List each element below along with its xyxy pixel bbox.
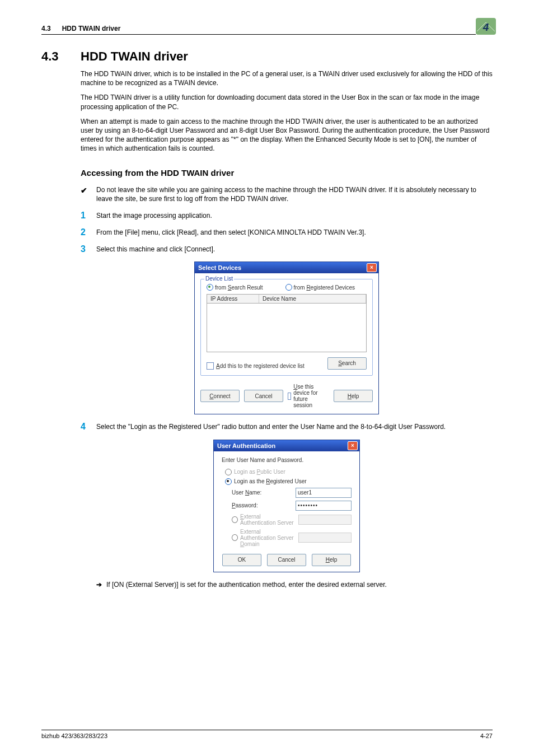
help-button[interactable]: Help (334, 390, 373, 402)
step-4-text: Select the "Login as the Registered User… (96, 422, 493, 431)
checkbox-future-session[interactable]: Use this device for future session (288, 384, 325, 408)
radio-icon (232, 534, 238, 541)
radio-from-search[interactable]: from Search Result (207, 284, 263, 291)
check-text: Do not leave the site while you are gain… (96, 185, 493, 203)
device-list-header: IP Address Device Name (207, 294, 367, 304)
section-title: HDD TWAIN driver (81, 49, 188, 64)
step-3-num: 3 (81, 245, 96, 254)
checkbox-icon (288, 393, 291, 400)
cancel-button[interactable]: Cancel (267, 554, 306, 566)
radio-from-registered[interactable]: from Registered Devices (285, 284, 355, 291)
device-list[interactable] (207, 304, 367, 352)
col-device-name: Device Name (259, 295, 366, 303)
search-button[interactable]: Search (327, 357, 367, 370)
ok-button[interactable]: OK (222, 554, 261, 566)
radio-external-domain-label: External Authentication Server Domain (240, 529, 296, 547)
username-input[interactable]: user1 (296, 488, 352, 498)
dialog-titlebar: Select Devices × (195, 262, 378, 273)
password-input[interactable]: •••••••• (296, 501, 352, 511)
radio-external-server-label: External Authentication Server (240, 514, 296, 526)
check-icon: ✔ (81, 185, 96, 196)
radio-from-registered-label: from Registered Devices (294, 284, 355, 291)
step-2-num: 2 (81, 228, 96, 237)
radio-external-server: External Authentication Server (232, 514, 352, 526)
radio-icon (225, 478, 232, 485)
header-section-label: HDD TWAIN driver (62, 25, 121, 32)
para-2: The HDD TWAIN driver is a utility functi… (81, 93, 493, 111)
checkbox-add-label: Add this to the registered device list (216, 363, 305, 369)
arrow-text: If [ON (External Server)] is set for the… (106, 580, 387, 589)
close-icon[interactable]: × (348, 441, 358, 450)
chapter-number: 4 (483, 21, 489, 33)
radio-public-label: Login as Public User (234, 469, 285, 475)
auth-intro: Enter User Name and Password. (222, 457, 352, 463)
radio-external-server-domain: External Authentication Server Domain (232, 529, 352, 547)
dialog-title: Select Devices (198, 264, 241, 271)
connect-button[interactable]: Connect (200, 390, 240, 402)
device-list-group: Device List from Search Result (200, 279, 373, 376)
radio-registered-label: Login as the Registered User (234, 478, 307, 484)
para-1: The HDD TWAIN driver, which is to be ins… (81, 69, 493, 87)
section-number: 4.3 (41, 49, 81, 64)
radio-public-user: Login as Public User (225, 469, 352, 475)
dialog-titlebar: User Authentication × (214, 440, 359, 451)
header-section-number: 4.3 (41, 25, 51, 32)
step-4-num: 4 (81, 422, 96, 431)
header-rule (41, 34, 476, 35)
device-list-legend: Device List (204, 276, 234, 282)
checkbox-future-label: Use this device for future session (293, 384, 325, 408)
user-authentication-dialog: User Authentication × Enter User Name an… (213, 440, 360, 572)
subheading: Accessing from the HDD TWAIN driver (81, 168, 493, 178)
para-3: When an attempt is made to gain access t… (81, 117, 493, 153)
radio-icon (207, 284, 213, 291)
step-1-text: Start the image processing application. (96, 211, 493, 220)
step-1-num: 1 (81, 211, 96, 220)
chapter-badge: 4 (476, 18, 496, 35)
step-3-text: Select this machine and click [Connect]. (96, 245, 493, 254)
col-ip-address: IP Address (207, 295, 259, 303)
external-server-input (298, 515, 352, 525)
footer-model: bizhub 423/363/283/223 (41, 732, 107, 739)
radio-registered-user[interactable]: Login as the Registered User (225, 478, 352, 485)
running-header: 4.3 HDD TWAIN driver (41, 25, 120, 35)
username-label: User Name: (232, 489, 292, 496)
radio-icon (285, 284, 292, 291)
external-domain-input (298, 533, 352, 543)
select-devices-dialog: Select Devices × Device List from Search… (194, 262, 379, 414)
close-icon[interactable]: × (367, 263, 377, 272)
checkbox-add-to-registered[interactable]: Add this to the registered device list (207, 362, 305, 370)
dialog-title: User Authentication (217, 442, 275, 449)
step-2-text: From the [File] menu, click [Read], and … (96, 228, 493, 237)
radio-icon (232, 516, 238, 523)
footer-page: 4-27 (480, 732, 493, 739)
checkbox-icon (207, 362, 214, 370)
cancel-button[interactable]: Cancel (244, 390, 283, 402)
radio-icon (225, 469, 232, 475)
arrow-icon: ➔ (96, 580, 106, 589)
radio-from-search-label: from Search Result (215, 284, 263, 291)
password-label: Password: (232, 502, 292, 508)
help-button[interactable]: Help (312, 554, 351, 566)
